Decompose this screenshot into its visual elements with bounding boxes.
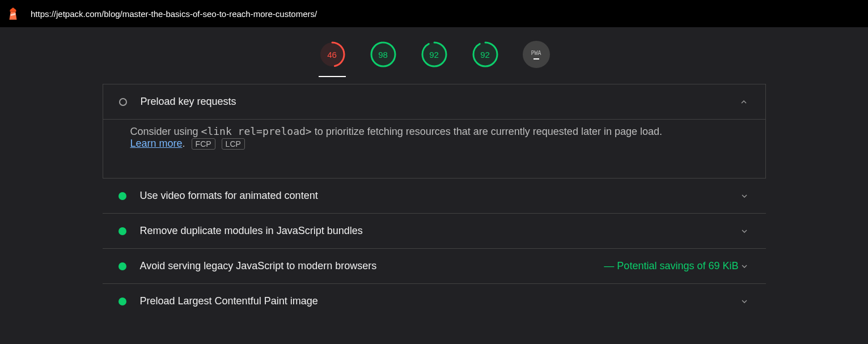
gauge-seo[interactable]: 92	[472, 41, 499, 77]
score-gauges: 46 98 92 92	[0, 27, 868, 84]
audit-remove-duplicate-modules[interactable]: Remove duplicate modules in JavaScript b…	[103, 213, 766, 248]
audit-desc-text-after: to prioritize fetching resources that ar…	[312, 126, 662, 137]
gauge-bestpractices[interactable]: 92	[421, 41, 448, 77]
audit-title: Remove duplicate modules in JavaScript b…	[140, 225, 739, 237]
status-dot-green-icon	[118, 298, 126, 305]
learn-more-link[interactable]: Learn more	[130, 138, 183, 149]
status-dot-gray-icon	[119, 98, 127, 106]
chevron-down-icon	[739, 296, 750, 307]
gauge-score-performance: 46	[319, 41, 346, 68]
period: .	[183, 138, 185, 149]
audit-desc-text-before: Consider using	[130, 126, 201, 137]
gauge-accessibility[interactable]: 98	[370, 41, 397, 77]
status-dot-green-icon	[118, 192, 126, 200]
pwa-label: PWA	[531, 50, 541, 56]
chevron-up-icon	[738, 96, 750, 108]
gauge-pwa[interactable]: PWA	[523, 41, 550, 77]
audit-preload-lcp-image[interactable]: Preload Largest Contentful Paint image	[103, 283, 766, 318]
report: Preload key requests Consider using <lin…	[103, 84, 766, 318]
status-dot-green-icon	[118, 227, 126, 235]
audit-title: Preload key requests	[141, 96, 738, 108]
gauge-circle-pwa: PWA	[523, 41, 550, 68]
gauge-circle-accessibility: 98	[370, 41, 397, 68]
metric-tag-lcp: LCP	[222, 138, 245, 150]
audit-title: Preload Largest Contentful Paint image	[140, 295, 739, 307]
audit-header-preload-key-requests[interactable]: Preload key requests	[103, 84, 765, 119]
audit-title: Avoid serving legacy JavaScript to moder…	[140, 260, 599, 272]
page-url: https://jetpack.com/blog/master-the-basi…	[31, 9, 317, 19]
lighthouse-logo-icon	[6, 6, 20, 21]
status-dot-green-icon	[118, 262, 126, 270]
chevron-down-icon	[739, 226, 750, 237]
audit-video-formats[interactable]: Use video formats for animated content	[103, 179, 766, 213]
gauge-performance[interactable]: 46	[319, 41, 346, 77]
audit-savings: Potential savings of 69 KiB	[604, 260, 738, 272]
pwa-dash-icon	[533, 58, 539, 60]
gauge-circle-performance: 46	[319, 41, 346, 68]
audit-description: Consider using <link rel=preload> to pri…	[103, 119, 765, 178]
audit-desc-code: <link rel=preload>	[201, 125, 312, 137]
gauge-circle-bestpractices: 92	[421, 41, 448, 68]
gauge-score-seo: 92	[472, 41, 499, 68]
gauge-circle-seo: 92	[472, 41, 499, 68]
topbar: https://jetpack.com/blog/master-the-basi…	[0, 0, 868, 27]
gauge-score-bestpractices: 92	[421, 41, 448, 68]
gauge-score-accessibility: 98	[370, 41, 397, 68]
audit-legacy-javascript[interactable]: Avoid serving legacy JavaScript to moder…	[103, 248, 766, 283]
chevron-down-icon	[739, 261, 750, 272]
audit-title: Use video formats for animated content	[140, 190, 739, 202]
audit-preload-key-requests: Preload key requests Consider using <lin…	[103, 84, 766, 179]
chevron-down-icon	[739, 190, 750, 202]
metric-tag-fcp: FCP	[192, 138, 215, 150]
